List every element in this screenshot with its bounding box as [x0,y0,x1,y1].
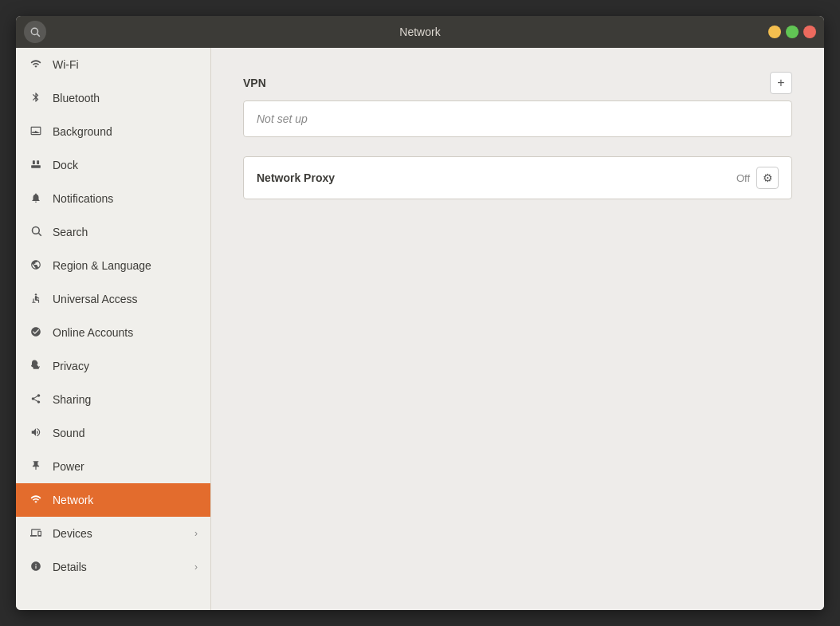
content-area: Wi-Fi Bluetooth Background Dock [16,48,824,610]
sidebar-item-label: Privacy [53,360,89,372]
sidebar-item-label: Universal Access [53,293,138,305]
universal-access-icon [29,293,43,306]
svg-point-5 [32,227,39,234]
chevron-icon: › [194,561,198,573]
bluetooth-icon [29,91,43,106]
wifi-icon [29,58,43,72]
dock-icon [29,159,43,172]
sidebar-item-region[interactable]: Region & Language [16,249,210,282]
sidebar-item-label: Sharing [53,393,91,406]
sidebar-item-notifications[interactable]: Notifications [16,182,210,215]
sidebar-item-label: Dock [53,159,78,171]
sidebar-item-label: Devices [53,527,92,540]
svg-point-7 [35,293,37,295]
sidebar-item-devices[interactable]: Devices › [16,517,210,550]
notifications-icon [29,191,43,207]
minimize-button[interactable]: – [768,26,781,38]
vpn-not-set-row: Not set up [244,101,791,136]
titlebar-title: Network [399,26,440,38]
proxy-right: Off ⚙ [736,167,779,189]
sharing-icon [29,393,43,407]
sidebar-item-search[interactable]: Search [16,215,210,249]
sidebar-item-universal-access[interactable]: Universal Access [16,282,210,316]
svg-line-6 [38,233,41,235]
sidebar-item-label: Wi-Fi [53,58,79,71]
sidebar-item-label: Notifications [53,192,113,205]
add-vpn-button[interactable]: + [770,72,792,94]
close-button[interactable]: × [803,26,816,38]
sidebar-item-label: Region & Language [53,259,151,272]
region-icon [29,259,43,273]
proxy-section: Network Proxy Off ⚙ [243,156,792,199]
sidebar-item-dock[interactable]: Dock [16,148,210,182]
sidebar-item-label: Details [53,561,87,573]
proxy-row[interactable]: Network Proxy Off ⚙ [244,157,791,199]
sidebar-item-label: Background [53,125,112,138]
settings-window: Network – + × Wi-Fi Bluetooth [16,16,824,610]
sidebar-item-sharing[interactable]: Sharing [16,383,210,416]
sidebar-item-label: Search [53,226,88,238]
proxy-settings-button[interactable]: ⚙ [756,167,779,189]
sound-icon [29,427,43,440]
svg-rect-3 [33,160,35,164]
sidebar-item-wifi[interactable]: Wi-Fi [16,48,210,81]
svg-line-1 [37,34,40,37]
proxy-label: Network Proxy [257,171,736,184]
sidebar-item-label: Bluetooth [53,92,100,104]
proxy-card: Network Proxy Off ⚙ [243,156,792,199]
sidebar-item-background[interactable]: Background [16,115,210,148]
svg-point-0 [31,28,37,34]
network-icon [29,494,43,507]
maximize-button[interactable]: + [786,26,799,38]
svg-rect-2 [31,165,41,168]
sidebar-item-label: Power [53,460,84,473]
search-icon [29,225,43,239]
sidebar-item-network[interactable]: Network [16,483,210,517]
proxy-status: Off [736,172,750,184]
online-accounts-icon [29,326,43,340]
details-icon [29,560,43,575]
window-controls: – + × [768,26,816,38]
sidebar-item-online-accounts[interactable]: Online Accounts [16,316,210,349]
sidebar-item-label: Online Accounts [53,326,133,339]
sidebar-item-power[interactable]: Power [16,450,210,483]
vpn-card: Not set up [243,100,792,137]
sidebar-item-bluetooth[interactable]: Bluetooth [16,81,210,115]
vpn-not-set-text: Not set up [257,112,308,125]
svg-rect-4 [37,160,39,164]
sidebar-item-label: Network [53,494,93,506]
chevron-icon: › [194,528,198,539]
vpn-label: VPN [243,77,770,89]
sidebar-item-label: Sound [53,427,84,439]
devices-icon [29,527,43,541]
sidebar-item-details[interactable]: Details › [16,550,210,584]
main-content: VPN + Not set up Network Proxy Off ⚙ [211,48,824,610]
sidebar: Wi-Fi Bluetooth Background Dock [16,48,211,610]
power-icon [29,459,43,474]
titlebar: Network – + × [16,16,824,48]
search-button[interactable] [24,21,46,43]
vpn-header: VPN + [243,72,792,94]
background-icon [29,125,43,139]
vpn-section: VPN + Not set up [243,72,792,137]
privacy-icon [29,359,43,374]
sidebar-item-privacy[interactable]: Privacy [16,349,210,383]
sidebar-item-sound[interactable]: Sound [16,416,210,450]
